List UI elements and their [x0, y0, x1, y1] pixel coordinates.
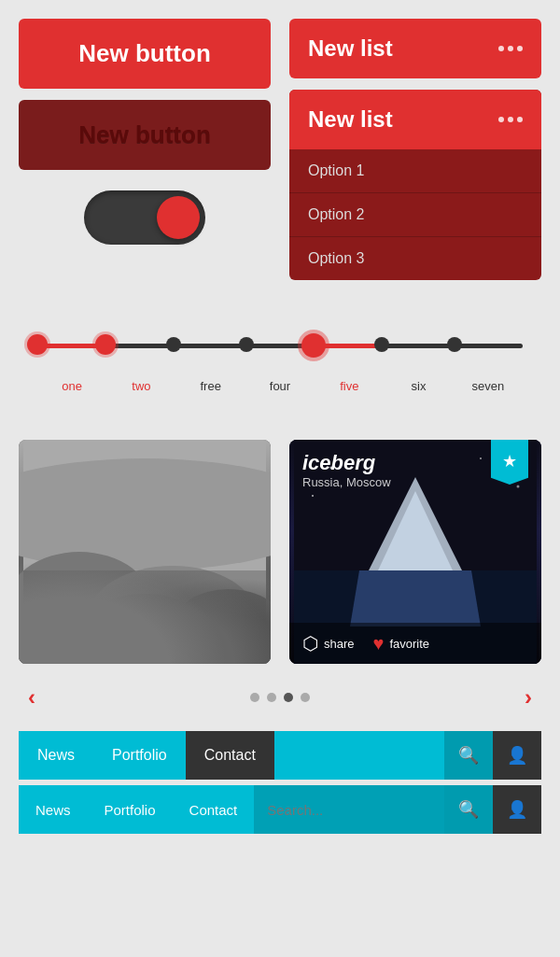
slider-knob-four[interactable] — [239, 337, 254, 352]
nav-bar-2: News Portfolio Contact 🔍 👤 — [19, 785, 541, 834]
toggle-track[interactable] — [84, 190, 205, 245]
slider-label-seven: seven — [454, 379, 523, 393]
toggle-thumb — [157, 196, 200, 239]
nav2-search-button[interactable]: 🔍 — [444, 785, 493, 834]
search-icon-2: 🔍 — [458, 799, 479, 820]
share-icon: ⬡ — [302, 632, 318, 654]
svg-rect-7 — [23, 570, 266, 664]
slider-knob-free[interactable] — [166, 337, 181, 352]
dot3 — [517, 46, 523, 51]
carousel-dot-1[interactable] — [250, 693, 259, 702]
slider-label-six: six — [384, 379, 453, 393]
slider-knob-seven[interactable] — [447, 337, 462, 352]
rock-scene-bg — [19, 440, 271, 664]
carousel-dot-2[interactable] — [267, 693, 276, 702]
slider-knob-five[interactable] — [301, 333, 326, 358]
dropdown-option-3[interactable]: Option 3 — [289, 237, 541, 280]
card-title: iceberg — [302, 451, 391, 475]
nav2-tab-contact[interactable]: Contact — [173, 785, 255, 834]
slider-label-five: five — [315, 379, 384, 393]
svg-marker-12 — [350, 570, 481, 626]
card-dark-bg: iceberg Russia, Moscow ★ ⬡ share ♥ favor… — [289, 440, 541, 664]
dropdown-list: New list Option 1 Option 2 Option 3 — [289, 90, 541, 280]
slider-knob-one[interactable] — [27, 334, 48, 355]
slider-knob-two[interactable] — [95, 334, 116, 355]
list-menu-dots[interactable] — [498, 46, 523, 51]
svg-point-4 — [173, 589, 271, 664]
nav1-user-button[interactable]: 👤 — [493, 731, 541, 780]
list-header-label: New list — [308, 35, 393, 62]
nav-bar-1: News Portfolio Contact 🔍 👤 — [19, 731, 541, 780]
nav1-spacer — [274, 731, 444, 780]
ddot3 — [517, 117, 523, 122]
nav2-tab-news[interactable]: News — [19, 785, 88, 834]
svg-point-1 — [19, 458, 271, 570]
slider-label-one: one — [37, 379, 106, 393]
dropdown-menu-dots[interactable] — [498, 117, 523, 122]
svg-point-16 — [312, 495, 314, 497]
share-label: share — [324, 637, 355, 651]
card-actions: ⬡ share ♥ favorite — [289, 623, 541, 664]
share-button[interactable]: ⬡ share — [302, 632, 355, 654]
card-dark-label: iceberg Russia, Moscow — [302, 451, 391, 489]
nav1-tab-contact[interactable]: Contact — [186, 731, 274, 780]
slider-label-four: four — [245, 379, 315, 393]
list-header-plain[interactable]: New list — [289, 19, 541, 78]
card-bw — [19, 440, 271, 664]
svg-point-2 — [19, 552, 154, 664]
primary-button[interactable]: New button — [19, 19, 271, 89]
dot2 — [508, 46, 513, 51]
carousel-dot-3[interactable] — [284, 693, 293, 702]
search-icon: 🔍 — [458, 745, 479, 766]
nav2-search-input[interactable] — [267, 802, 431, 818]
svg-point-3 — [89, 566, 257, 664]
favorite-label: favorite — [389, 637, 429, 651]
nav2-tab-portfolio[interactable]: Portfolio — [88, 785, 173, 834]
favorite-button[interactable]: ♥ favorite — [373, 633, 430, 654]
prev-arrow[interactable]: ‹ — [28, 684, 35, 711]
dot1 — [498, 46, 504, 51]
svg-point-6 — [79, 594, 210, 664]
nav1-tab-news[interactable]: News — [19, 731, 93, 780]
pressed-button[interactable]: New button — [19, 100, 271, 170]
nav2-user-button[interactable]: 👤 — [493, 785, 541, 834]
nav1-tab-portfolio[interactable]: Portfolio — [93, 731, 186, 780]
carousel-dots — [250, 693, 310, 702]
card-dark: iceberg Russia, Moscow ★ ⬡ share ♥ favor… — [289, 440, 541, 664]
carousel-controls: ‹ › — [19, 673, 541, 722]
slider-knob-six[interactable] — [374, 337, 389, 352]
heart-icon: ♥ — [373, 633, 385, 654]
ddot2 — [508, 117, 513, 122]
dropdown-option-2[interactable]: Option 2 — [289, 193, 541, 237]
svg-point-5 — [19, 603, 98, 664]
dropdown-header[interactable]: New list — [289, 90, 541, 149]
toggle-switch[interactable] — [19, 190, 271, 245]
next-arrow[interactable]: › — [525, 684, 532, 711]
card-subtitle: Russia, Moscow — [302, 475, 391, 489]
user-icon: 👤 — [507, 745, 527, 766]
user-icon-2: 👤 — [507, 799, 527, 820]
ddot1 — [498, 117, 504, 122]
svg-point-15 — [517, 486, 520, 488]
nav1-search-button[interactable]: 🔍 — [444, 731, 493, 780]
star-icon: ★ — [502, 451, 517, 471]
nav2-search-area[interactable] — [254, 785, 444, 834]
svg-point-14 — [480, 457, 482, 459]
slider-label-two: two — [106, 379, 175, 393]
dropdown-header-label: New list — [308, 106, 393, 133]
slider-label-free: free — [176, 379, 245, 393]
card-star-badge: ★ — [491, 440, 528, 485]
carousel-dot-4[interactable] — [301, 693, 310, 702]
dropdown-option-1[interactable]: Option 1 — [289, 149, 541, 193]
